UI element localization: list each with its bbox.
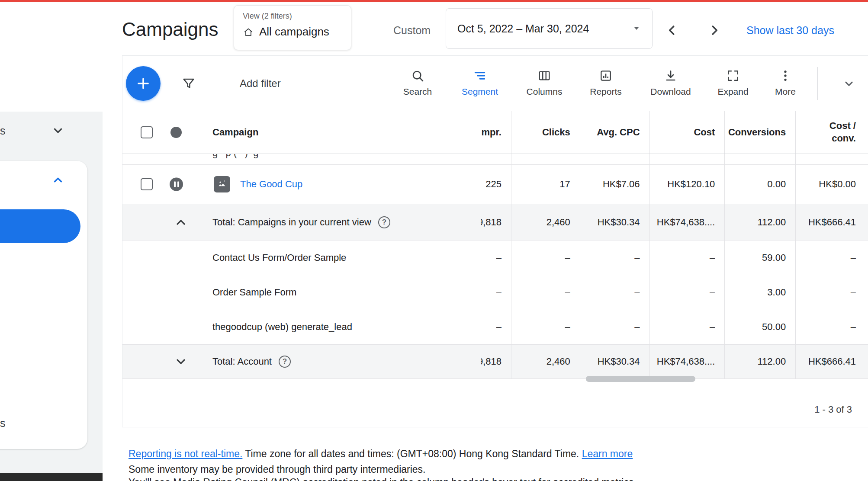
- conversions-cell: 0.00: [724, 165, 795, 204]
- column-header-campaign[interactable]: Campaign: [212, 127, 258, 138]
- column-header-cost[interactable]: Cost: [649, 111, 725, 154]
- more-button[interactable]: More: [753, 69, 818, 97]
- metric-cell: [649, 154, 725, 164]
- cost-per-conv-cell: HK$666.41: [795, 345, 868, 378]
- campaign-header-cell: Campaign: [122, 111, 481, 154]
- avg-cpc-cell: –: [580, 240, 649, 275]
- avg-cpc-cell: HK$30.34: [580, 345, 649, 378]
- help-icon[interactable]: [279, 356, 291, 368]
- column-header-cost-per-conv[interactable]: Cost / conv.: [795, 111, 868, 154]
- column-header-clicks[interactable]: Clicks: [511, 111, 580, 154]
- reports-icon: [599, 69, 613, 83]
- total-label-cell: Total: Campaigns in your current view: [122, 204, 481, 240]
- cost-per-conv-cell: –: [795, 240, 868, 275]
- next-date-range-button[interactable]: [707, 22, 722, 38]
- add-filter-button[interactable]: Add filter: [240, 77, 281, 90]
- total-row-account: Total: Account 9,818 2,460 HK$30.34 HK$7…: [122, 344, 868, 379]
- column-header-impr[interactable]: Impr.: [481, 111, 511, 154]
- segment-button[interactable]: Segment: [447, 69, 512, 97]
- toolbar-divider: [817, 67, 818, 100]
- date-range-picker[interactable]: Oct 5, 2022 – Mar 30, 2024: [446, 8, 653, 49]
- conversions-cell: 112.00: [724, 204, 795, 240]
- cost-cell: –: [649, 310, 725, 344]
- status-column-icon: [170, 127, 182, 138]
- view-name: All campaigns: [259, 25, 329, 38]
- clicks-cell: 17: [511, 165, 580, 204]
- view-filter-card[interactable]: View (2 filters) All campaigns: [234, 5, 351, 50]
- download-icon: [664, 69, 678, 83]
- filter-button[interactable]: [180, 75, 197, 92]
- metric-cell: [724, 154, 795, 164]
- paused-status-icon[interactable]: [170, 178, 183, 191]
- impr-cell: 9,818: [481, 345, 511, 378]
- conversion-action-row: Contact Us Form/Order Sample – – – – 59.…: [122, 240, 868, 275]
- footer-line-3: You'll see Media Rating Council (MRC) ac…: [129, 476, 633, 481]
- expand-total-button[interactable]: [174, 354, 188, 369]
- collapse-toolbar-button[interactable]: [840, 75, 858, 92]
- plus-icon: [135, 75, 151, 92]
- conversion-action-row: Order Sample Form – – – – 3.00 –: [122, 275, 868, 310]
- clicks-cell: 2,460: [511, 345, 580, 378]
- expand-icon: [726, 69, 740, 83]
- chevron-down-icon[interactable]: [50, 123, 66, 138]
- date-range-value: Oct 5, 2022 – Mar 30, 2024: [457, 22, 625, 35]
- search-button[interactable]: Search: [385, 69, 450, 97]
- learn-more-link[interactable]: Learn more: [582, 448, 633, 459]
- cost-per-conv-cell: –: [795, 275, 868, 310]
- metric-cell: [481, 154, 511, 164]
- previous-date-range-button[interactable]: [664, 22, 680, 38]
- reports-button[interactable]: Reports: [573, 69, 638, 97]
- help-icon[interactable]: [378, 216, 390, 228]
- home-icon: [243, 26, 254, 38]
- conversion-action-row: thegoodcup (web) generate_lead – – – – 5…: [122, 310, 868, 344]
- cost-per-conv-cell: –: [795, 310, 868, 344]
- dropdown-arrow-icon: [632, 24, 641, 33]
- add-campaign-button[interactable]: [126, 66, 161, 101]
- avg-cpc-cell: –: [580, 310, 649, 344]
- more-dots-icon: [778, 69, 792, 83]
- conversion-action-label: Contact Us Form/Order Sample: [212, 252, 346, 263]
- total-label-cell: Total: Account: [122, 345, 481, 378]
- cost-per-conv-cell: HK$0.00: [795, 165, 868, 204]
- cost-cell: HK$120.10: [649, 165, 725, 204]
- clicks-cell: 2,460: [511, 204, 580, 240]
- conversions-cell: 3.00: [724, 275, 795, 310]
- impr-cell: –: [481, 310, 511, 344]
- timezone-text: Time zone for all dates and times: (GMT+…: [242, 448, 582, 459]
- sidebar-panel: s: [0, 161, 87, 449]
- campaign-thumbnail: [214, 176, 230, 192]
- sidebar-bottom-strip: [0, 473, 103, 481]
- view-filter-label: View (2 filters): [243, 12, 342, 21]
- page-title: Campaigns: [122, 18, 219, 41]
- cost-cell: HK$74,638....: [649, 204, 725, 240]
- cost-cell: –: [649, 240, 725, 275]
- columns-icon: [537, 69, 551, 83]
- campaign-name-link[interactable]: The Good Cup: [240, 179, 302, 190]
- column-header-avg-cpc[interactable]: Avg. CPC: [580, 111, 649, 154]
- clicks-cell: –: [511, 240, 580, 275]
- search-icon: [411, 69, 424, 83]
- metric-cell: [795, 154, 868, 164]
- download-button[interactable]: Download: [638, 69, 703, 97]
- avg-cpc-cell: HK$30.34: [580, 204, 649, 240]
- sidebar-menu-row[interactable]: s: [0, 122, 103, 139]
- impr-cell: 9,818: [481, 204, 511, 240]
- columns-button[interactable]: Columns: [512, 69, 577, 97]
- cost-cell: –: [649, 275, 725, 310]
- impr-cell: 225: [481, 165, 511, 204]
- pagination-label: 1 - 3 of 3: [814, 404, 852, 415]
- total-row-label: Total: Campaigns in your current view: [212, 217, 371, 228]
- chevron-up-icon: [174, 215, 188, 229]
- horizontal-scrollbar-thumb[interactable]: [586, 376, 695, 382]
- column-header-conversions[interactable]: Conversions: [724, 111, 795, 154]
- segment-icon: [473, 69, 487, 83]
- sidebar-selected-item[interactable]: [0, 209, 80, 243]
- reporting-not-realtime-link[interactable]: Reporting is not real-time.: [129, 448, 242, 459]
- row-checkbox[interactable]: [141, 178, 153, 190]
- select-all-checkbox[interactable]: [141, 126, 153, 138]
- collapse-total-button[interactable]: [174, 215, 188, 230]
- total-row-label: Total: Account: [212, 356, 272, 367]
- table-header-row: Campaign Impr. Clicks Avg. CPC Cost Conv…: [122, 111, 868, 154]
- chevron-up-icon[interactable]: [50, 172, 66, 188]
- show-last-30-days-link[interactable]: Show last 30 days: [746, 24, 834, 37]
